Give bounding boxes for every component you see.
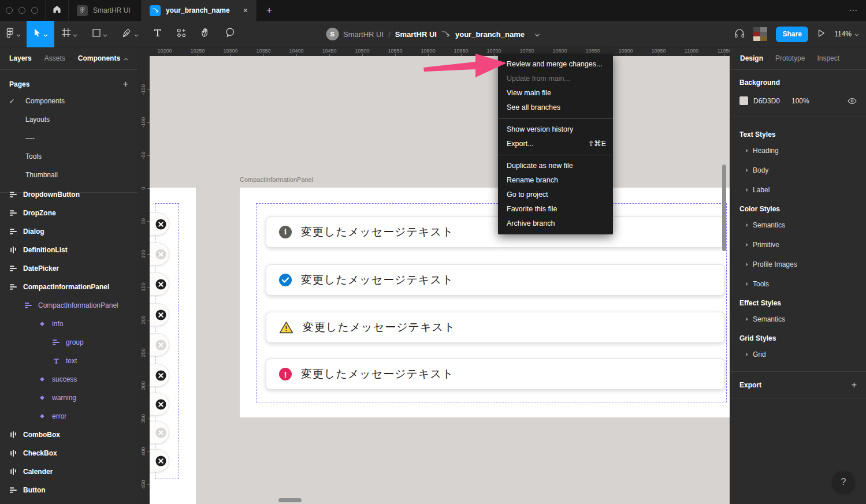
new-tab-button[interactable]: +	[257, 0, 282, 21]
layer-item-info[interactable]: info	[0, 315, 137, 333]
file-name[interactable]: SmartHR UI	[395, 30, 437, 39]
zoom-level-control[interactable]: 114%	[834, 30, 859, 38]
tab-close-icon[interactable]: ×	[243, 6, 248, 15]
layer-item-success[interactable]: success	[0, 370, 137, 389]
frame-label[interactable]: CompactInformationPanel	[240, 176, 313, 183]
home-button[interactable]	[46, 0, 69, 21]
style-item-primitive[interactable]: Primitive	[730, 235, 866, 255]
layer-item-definitionlist[interactable]: DefinitionList	[0, 241, 137, 259]
menu-item-view-main-file[interactable]: View main file	[498, 86, 613, 100]
ruler-tick	[147, 155, 150, 156]
component-set-v-icon	[8, 431, 18, 438]
tab-design[interactable]: Design	[740, 54, 763, 62]
chevron-down-icon	[73, 29, 77, 39]
components-mode-toggle[interactable]: Components	[78, 54, 128, 62]
layer-item-compactinformationpanel[interactable]: CompactInformationPanel	[0, 296, 137, 315]
menu-item-review-and-merge-changes[interactable]: Review and merge changes...	[498, 57, 613, 72]
menu-item-go-to-project[interactable]: Go to project	[498, 188, 613, 202]
text-tool-button[interactable]	[146, 21, 169, 47]
help-button[interactable]: ?	[832, 471, 854, 493]
layer-item-text[interactable]: text	[0, 352, 137, 370]
move-tool-button[interactable]	[27, 21, 54, 47]
figma-main-menu-button[interactable]	[0, 21, 27, 47]
style-item-grid[interactable]: Grid	[730, 345, 866, 364]
close-circle-icon	[155, 219, 166, 232]
hand-tool-button[interactable]	[194, 21, 218, 47]
style-item-semantics[interactable]: Semantics	[730, 215, 866, 235]
tab-layers[interactable]: Layers	[9, 54, 32, 62]
chevron-down-icon[interactable]	[535, 29, 540, 39]
page-item-components[interactable]: ✓Components	[0, 92, 137, 110]
close-circle-icon	[155, 279, 166, 292]
menu-item-rename-branch[interactable]: Rename branch	[498, 173, 613, 188]
layer-item-combobox[interactable]: ComboBox	[0, 425, 137, 444]
visibility-eye-icon[interactable]	[848, 98, 857, 104]
style-item-profile-images[interactable]: Profile Images	[730, 255, 866, 274]
zoom-level-value: 114%	[834, 30, 852, 38]
page-item-layouts[interactable]: Layouts	[0, 110, 137, 129]
tab-assets[interactable]: Assets	[44, 54, 65, 62]
layer-item-button[interactable]: Button	[0, 481, 137, 497]
menu-item-export[interactable]: Export...⇧⌘E	[498, 137, 613, 151]
menu-item-duplicate-as-new-file[interactable]: Duplicate as new file	[498, 159, 613, 173]
comment-tool-button[interactable]	[218, 21, 243, 47]
background-opacity-value[interactable]: 100%	[791, 97, 809, 105]
branch-name[interactable]: your_branch_name	[455, 30, 525, 39]
window-close-button[interactable]	[6, 7, 13, 14]
tab-smarthr-ui[interactable]: SmartHR UI	[69, 0, 142, 21]
audio-headphones-icon[interactable]	[734, 28, 745, 40]
window-zoom-button[interactable]	[31, 7, 38, 14]
layer-item-compactinformationpanel[interactable]: CompactInformationPanel	[0, 278, 137, 296]
present-play-icon[interactable]	[817, 29, 826, 40]
style-item-semantics[interactable]: Semantics	[730, 309, 866, 329]
frame-tool-button[interactable]	[54, 21, 85, 47]
tab-prototype[interactable]: Prototype	[775, 54, 805, 62]
menu-item-favorite-this-file[interactable]: Favorite this file	[498, 202, 613, 216]
tab-your-branch-name[interactable]: your_branch_name ×	[142, 0, 257, 21]
canvas[interactable]: 1020010250103001035010400104501050010550…	[137, 47, 730, 504]
component-diamond-icon	[37, 376, 47, 383]
layer-item-checkbox[interactable]: CheckBox	[0, 444, 137, 462]
page-item-tools[interactable]: Tools	[0, 147, 137, 166]
style-item-heading[interactable]: Heading	[730, 141, 866, 160]
org-name[interactable]: SmartHR UI	[343, 30, 384, 39]
menu-item-update-from-main[interactable]: Update from main...	[498, 72, 613, 86]
add-export-icon[interactable]: +	[852, 380, 857, 390]
layer-item-dropdownbutton[interactable]: DropdownButton	[0, 185, 137, 204]
horizontal-scrollbar[interactable]	[278, 498, 302, 502]
layer-item-error[interactable]: error	[0, 407, 137, 425]
background-color-swatch[interactable]	[739, 96, 748, 105]
page-item-[interactable]: ----	[0, 129, 137, 147]
layer-item-dialog[interactable]: Dialog	[0, 222, 137, 241]
layer-item-datepicker[interactable]: DatePicker	[0, 259, 137, 278]
style-item-body[interactable]: Body	[730, 160, 866, 180]
layer-item-group[interactable]: group	[0, 333, 137, 352]
resources-tool-button[interactable]	[169, 21, 194, 47]
comment-tool-icon	[225, 28, 235, 40]
window-overflow-menu-icon[interactable]: ⋯	[841, 0, 866, 21]
style-item-tools[interactable]: Tools	[730, 274, 866, 294]
vertical-scrollbar[interactable]	[722, 165, 726, 251]
menu-item-show-version-history[interactable]: Show version history	[498, 122, 613, 137]
window-minimize-button[interactable]	[18, 7, 25, 14]
layer-item-calender[interactable]: Calender	[0, 462, 137, 481]
side-frame[interactable]	[150, 188, 196, 504]
tab-inspect[interactable]: Inspect	[817, 54, 839, 62]
toolbar-right-controls: Share 114%	[734, 21, 859, 47]
rectangle-tool-icon	[92, 29, 101, 39]
user-avatar[interactable]	[753, 27, 767, 41]
add-page-icon[interactable]: +	[123, 79, 128, 89]
layer-item-warning[interactable]: warning	[0, 389, 137, 407]
menu-item-see-all-branches[interactable]: See all branches	[498, 100, 613, 115]
style-item-label[interactable]: Label	[730, 180, 866, 200]
page-item-thumbnail[interactable]: Thumbnail	[0, 166, 137, 184]
ruler-tick-label: 400	[140, 447, 146, 456]
ruler-tick	[147, 89, 150, 90]
menu-item-archive-branch[interactable]: Archive branch	[498, 216, 613, 231]
background-hex-value[interactable]: D6D3D0	[753, 97, 791, 105]
layer-item-dropzone[interactable]: DropZone	[0, 204, 137, 222]
pen-tool-button[interactable]	[115, 21, 146, 47]
shape-tool-button[interactable]	[85, 21, 115, 47]
ruler-tick	[231, 54, 231, 56]
share-button[interactable]: Share	[776, 27, 808, 42]
